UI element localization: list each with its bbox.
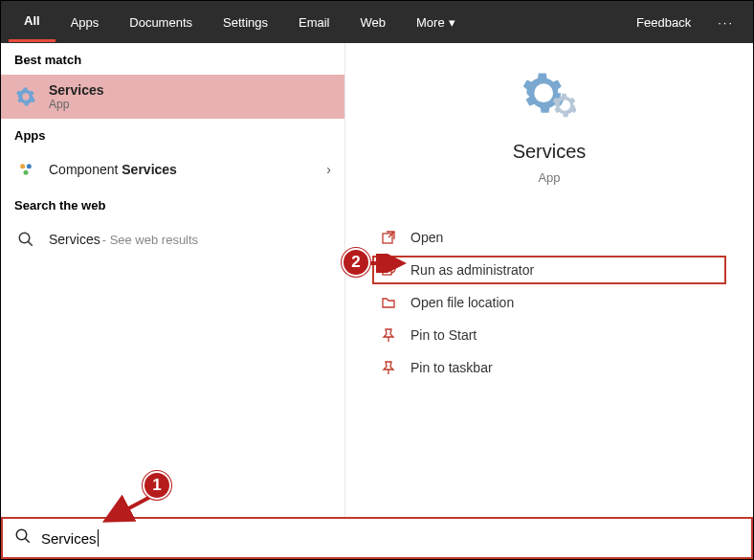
search-web-header: Search the web: [1, 189, 344, 220]
tab-email[interactable]: Email: [283, 4, 345, 41]
tab-web[interactable]: Web: [345, 4, 402, 41]
svg-point-0: [20, 164, 25, 168]
feedback-button[interactable]: Feedback: [621, 4, 706, 41]
action-run-as-admin[interactable]: Run as administrator: [372, 256, 726, 284]
more-options-button[interactable]: ···: [706, 15, 745, 30]
search-icon: [14, 527, 32, 549]
detail-title: Services: [513, 141, 587, 163]
result-sub: App: [49, 98, 104, 111]
svg-point-7: [16, 529, 27, 540]
annotation-arrow-2: [368, 254, 407, 273]
action-label: Pin to taskbar: [410, 360, 493, 375]
gear-icon: [14, 85, 37, 108]
action-label: Open: [410, 230, 443, 245]
detail-sub: App: [538, 170, 560, 185]
result-web-sub: - See web results: [102, 233, 198, 247]
result-detail-panel: Services App Open Run as administrator O…: [345, 43, 753, 517]
result-title: Services: [49, 82, 104, 98]
svg-line-9: [109, 495, 154, 519]
result-title-bold: Services: [122, 162, 177, 177]
result-component-services[interactable]: Component Services ›: [1, 150, 344, 189]
annotation-badge-1: 1: [143, 471, 171, 500]
folder-icon: [380, 294, 397, 311]
tab-more-label: More: [416, 15, 445, 30]
svg-point-1: [27, 164, 32, 168]
svg-point-3: [19, 233, 30, 243]
action-pin-to-start[interactable]: Pin to Start: [372, 321, 726, 349]
result-web-title: Services: [49, 232, 100, 247]
action-open[interactable]: Open: [372, 223, 726, 252]
tab-settings[interactable]: Settings: [208, 4, 283, 41]
action-open-file-location[interactable]: Open file location: [372, 288, 726, 317]
apps-header: Apps: [1, 119, 344, 150]
action-list: Open Run as administrator Open file loca…: [372, 223, 726, 382]
component-icon: [14, 158, 37, 181]
gear-icon: [522, 72, 576, 125]
pin-icon: [380, 326, 397, 344]
result-web-services[interactable]: Services - See web results: [1, 220, 344, 258]
open-icon: [380, 229, 397, 246]
result-services-app[interactable]: Services App: [1, 75, 344, 119]
chevron-right-icon: ›: [326, 162, 331, 177]
search-input-text: Services: [41, 530, 97, 547]
tab-documents[interactable]: Documents: [114, 4, 208, 41]
tab-apps[interactable]: Apps: [55, 4, 115, 41]
best-match-header: Best match: [1, 43, 344, 75]
text-cursor: [98, 529, 99, 547]
chevron-down-icon: ▾: [449, 15, 455, 30]
svg-line-4: [28, 241, 33, 246]
action-label: Run as administrator: [410, 262, 534, 278]
action-label: Open file location: [410, 295, 514, 310]
action-pin-to-taskbar[interactable]: Pin to taskbar: [372, 353, 726, 382]
search-filter-tabs: All Apps Documents Settings Email Web Mo…: [1, 1, 753, 43]
action-label: Pin to Start: [410, 327, 477, 343]
pin-icon: [380, 359, 397, 376]
search-results-panel: Best match Services App Apps Component S…: [1, 43, 345, 517]
svg-line-8: [25, 538, 30, 543]
search-icon: [14, 228, 37, 251]
tab-more[interactable]: More ▾: [401, 4, 471, 41]
annotation-badge-2: 2: [342, 248, 370, 277]
tab-all[interactable]: All: [9, 2, 55, 42]
svg-point-2: [24, 170, 29, 175]
result-title-prefix: Component: [49, 162, 122, 177]
